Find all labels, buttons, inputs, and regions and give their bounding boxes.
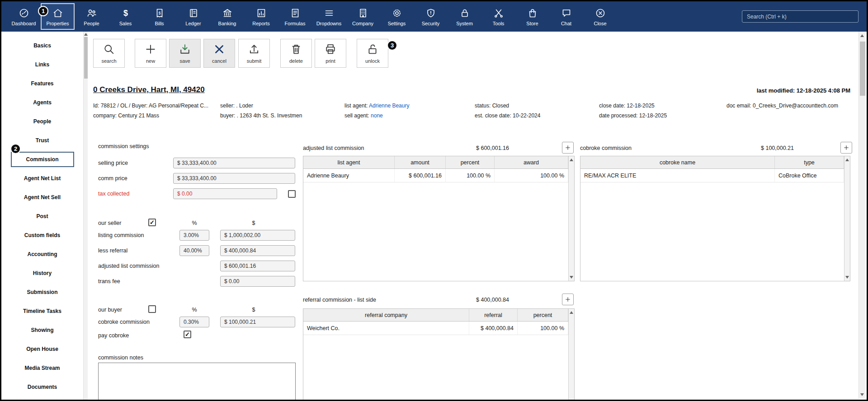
table-scrollbar[interactable]: [568, 309, 574, 401]
tax-collected-checkbox[interactable]: [288, 190, 296, 198]
print-button[interactable]: print: [315, 39, 346, 68]
table-row[interactable]: Adrienne Beaury $ 600,001.16 100.00 % 10…: [303, 169, 574, 182]
nav-item-close[interactable]: Close: [583, 3, 617, 30]
sidebar-item-showing[interactable]: Showing: [1, 321, 83, 340]
nav-item-ledger[interactable]: Ledger: [176, 3, 210, 30]
sidebar-scrollbar[interactable]: [83, 32, 88, 400]
commission-notes-textarea[interactable]: [98, 363, 296, 401]
scroll-down-icon[interactable]: [570, 276, 573, 279]
sidebar-scrollbar-thumb[interactable]: [84, 37, 88, 79]
sidebar-item-media-stream[interactable]: Media Stream: [1, 359, 83, 378]
main-scrollbar[interactable]: [859, 32, 866, 399]
less-referral-pct-input[interactable]: [179, 245, 209, 256]
selling-price-input[interactable]: [173, 158, 295, 168]
table-scrollbar[interactable]: [844, 156, 850, 281]
sell-agent-link[interactable]: none: [371, 112, 383, 119]
table-scrollbar[interactable]: [568, 156, 574, 281]
cobroke-amt-input[interactable]: [220, 317, 295, 327]
sidebar-item-features[interactable]: Features: [1, 74, 83, 93]
unlock-icon: [366, 43, 379, 57]
column-header[interactable]: type: [775, 156, 844, 168]
column-header[interactable]: percent: [446, 156, 495, 168]
scroll-up-icon[interactable]: [570, 159, 573, 161]
new-button[interactable]: new: [135, 39, 166, 68]
shopping-bag-icon: [527, 7, 538, 19]
nav-item-bills[interactable]: $ Bills: [142, 3, 176, 30]
trans-fee-input[interactable]: [220, 276, 295, 287]
column-header[interactable]: amount: [395, 156, 446, 168]
scroll-up-icon[interactable]: [84, 33, 88, 36]
scroll-up-icon[interactable]: [860, 34, 864, 37]
referral-panel-total: $ 400,000.84: [476, 297, 509, 303]
sidebar-item-agent-net-sell[interactable]: Agent Net Sell: [1, 188, 83, 207]
pay-cobroke-checkbox[interactable]: ✓: [184, 331, 191, 338]
nav-item-company[interactable]: Company: [346, 3, 380, 30]
column-header[interactable]: percent: [518, 309, 568, 321]
nav-item-system[interactable]: System: [448, 3, 481, 30]
add-cobroke-button[interactable]: [840, 142, 852, 154]
add-list-agent-button[interactable]: [562, 142, 574, 154]
nav-item-chat[interactable]: Chat: [549, 3, 583, 30]
column-header[interactable]: cobroke name: [580, 156, 775, 168]
cobroke-pct-input[interactable]: [179, 317, 209, 327]
adjusted-list-commission-input[interactable]: [220, 261, 295, 271]
search-button[interactable]: search: [93, 39, 125, 68]
sidebar-item-submission[interactable]: Submission: [1, 283, 83, 302]
scroll-down-icon[interactable]: [845, 276, 849, 279]
delete-button[interactable]: delete: [280, 39, 312, 68]
sidebar-item-people[interactable]: People: [1, 112, 83, 131]
cancel-button[interactable]: cancel: [203, 39, 235, 68]
tax-collected-input[interactable]: [173, 188, 277, 199]
building-icon: [357, 7, 369, 19]
nav-item-sales[interactable]: $ Sales: [108, 3, 142, 30]
checkmark: ✓: [185, 331, 190, 337]
column-header[interactable]: referral company: [303, 309, 469, 321]
nav-item-people[interactable]: People: [75, 3, 108, 30]
save-button[interactable]: save: [169, 39, 201, 68]
submit-button[interactable]: submit: [238, 39, 270, 68]
status-text: status: Closed: [475, 103, 509, 109]
global-search-input[interactable]: [742, 10, 859, 23]
sidebar-item-custom-fields[interactable]: Custom fields: [1, 226, 83, 245]
list-agent-link[interactable]: Adrienne Beaury: [369, 103, 409, 109]
table-row[interactable]: RE/MAX ACR ELITE CoBroke Office: [580, 169, 850, 182]
nav-item-dashboard[interactable]: Dashboard: [7, 3, 41, 30]
nav-item-reports[interactable]: Reports: [244, 3, 278, 30]
column-header[interactable]: referral: [469, 309, 518, 321]
sidebar-item-documents[interactable]: Documents: [1, 378, 83, 396]
nav-item-tools[interactable]: Tools: [481, 3, 515, 30]
nav-item-dropdowns[interactable]: Dropdowns: [312, 3, 346, 30]
listing-commission-pct-input[interactable]: [179, 230, 209, 241]
sidebar-item-timeline-tasks[interactable]: Timeline Tasks: [1, 302, 83, 321]
app-window: Dashboard Properties People $ Sales $ Bi…: [0, 0, 868, 401]
property-title-link[interactable]: 0 Creeks Drive, Hart, MI, 49420: [93, 85, 205, 94]
our-seller-checkbox[interactable]: ✓: [148, 219, 156, 226]
scroll-up-icon[interactable]: [570, 311, 573, 314]
sidebar-item-history[interactable]: History: [1, 264, 83, 283]
scroll-down-icon[interactable]: [860, 393, 864, 396]
nav-item-label: Properties: [46, 21, 69, 26]
nav-item-store[interactable]: Store: [515, 3, 549, 30]
nav-item-settings[interactable]: Settings: [380, 3, 414, 30]
sidebar-item-basics[interactable]: Basics: [1, 36, 83, 55]
scroll-up-icon[interactable]: [845, 159, 849, 161]
sidebar-item-agents[interactable]: Agents: [1, 93, 83, 112]
sidebar-item-agent-net-list[interactable]: Agent Net List: [1, 169, 83, 188]
column-header[interactable]: award: [495, 156, 568, 168]
nav-item-security[interactable]: Security: [414, 3, 448, 30]
less-referral-amt-input[interactable]: [220, 245, 295, 256]
sidebar-item-links[interactable]: Links: [1, 55, 83, 74]
listing-commission-amt-input[interactable]: [220, 230, 295, 241]
add-referral-button[interactable]: [562, 294, 574, 305]
nav-item-formulas[interactable]: Formulas: [278, 3, 312, 30]
comm-price-input[interactable]: [173, 173, 295, 184]
unlock-button[interactable]: unlock: [357, 39, 388, 68]
column-header[interactable]: list agent: [303, 156, 395, 168]
sidebar-item-open-house[interactable]: Open House: [1, 340, 83, 359]
table-row[interactable]: Weichert Co. $ 400,000.84 100.00 %: [303, 322, 574, 335]
nav-item-banking[interactable]: Banking: [210, 3, 244, 30]
sidebar-item-post[interactable]: Post: [1, 207, 83, 226]
sidebar-item-accounting[interactable]: Accounting: [1, 245, 83, 264]
main-scrollbar-thumb[interactable]: [860, 42, 865, 96]
our-buyer-checkbox[interactable]: [148, 305, 156, 313]
